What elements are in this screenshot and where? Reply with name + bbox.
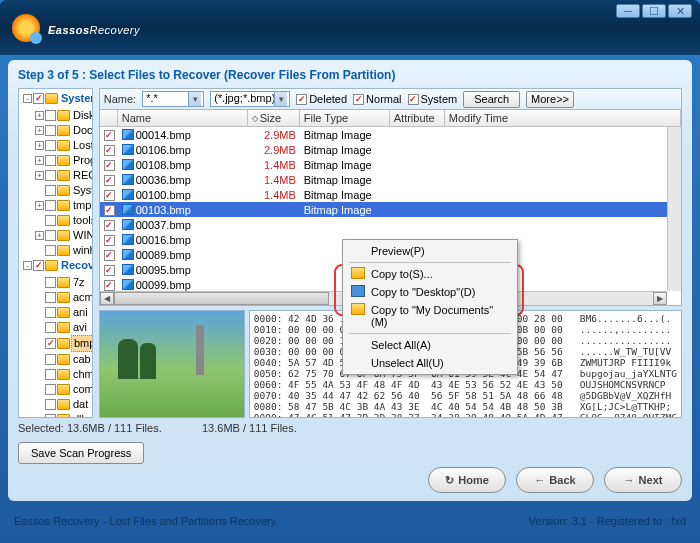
tree-item[interactable]: -Recovered By Types(C:) [23, 258, 93, 273]
tree-item[interactable]: com [35, 382, 93, 397]
col-time: Modify Time [445, 110, 681, 126]
file-icon [122, 234, 134, 245]
preview-thumbnail [99, 310, 245, 418]
file-list-header[interactable]: Name ◇Size File Type Attribute Modify Ti… [100, 110, 681, 127]
tree-item[interactable]: +tmp [35, 198, 93, 213]
documents-icon [351, 303, 365, 315]
status-total: 13.6MB / 111 Files. [202, 422, 297, 434]
ctx-preview[interactable]: Preview(P) [345, 242, 515, 260]
refresh-icon: ↻ [445, 474, 454, 487]
tree-item[interactable]: System Volume Information [35, 183, 93, 198]
ctx-select-all[interactable]: Select All(A) [345, 336, 515, 354]
tree-item[interactable]: bmp [35, 335, 93, 352]
tree-item[interactable]: avi [35, 320, 89, 335]
col-type: File Type [300, 110, 390, 126]
file-row[interactable]: 00036.bmp 1.4MB Bitmap Image [100, 172, 681, 187]
ctx-unselect-all[interactable]: Unselect All(U) [345, 354, 515, 372]
arrow-left-icon: ← [534, 474, 545, 486]
col-attr: Attribute [390, 110, 445, 126]
ctx-copy-desktop[interactable]: Copy to "Desktop"(D) [345, 283, 515, 301]
file-icon [122, 204, 134, 215]
file-row[interactable]: 00106.bmp 2.9MB Bitmap Image [100, 142, 681, 157]
search-button[interactable]: Search [463, 91, 520, 108]
tree-item[interactable]: +Documents and Settings [35, 123, 93, 138]
file-icon [122, 219, 134, 230]
context-menu: Preview(P) Copy to(S)... Copy to "Deskto… [342, 239, 518, 375]
file-row[interactable]: 00037.bmp [100, 217, 681, 232]
tree-item[interactable]: +Lost Files [35, 138, 93, 153]
tree-item[interactable]: dll [35, 412, 86, 418]
more-button[interactable]: More>> [526, 91, 574, 108]
col-size: ◇Size [248, 110, 300, 126]
file-row[interactable]: 00108.bmp 1.4MB Bitmap Image [100, 157, 681, 172]
app-logo-icon [12, 14, 40, 42]
maximize-button[interactable]: ☐ [642, 4, 666, 18]
home-button[interactable]: ↻Home [428, 467, 506, 493]
ctx-copy-to[interactable]: Copy to(S)... [345, 265, 515, 283]
filter-bar: Name: *.* (*.jpg;*.bmp) Deleted Normal S… [99, 88, 682, 110]
file-icon [122, 144, 134, 155]
tree-item[interactable]: 7z [35, 275, 87, 290]
file-row[interactable]: 00103.bmp Bitmap Image [100, 202, 681, 217]
col-name: Name [118, 110, 248, 126]
tree-item[interactable]: chm [35, 367, 93, 382]
desktop-icon [351, 285, 365, 297]
minimize-button[interactable]: ─ [616, 4, 640, 18]
file-row[interactable]: 00100.bmp 1.4MB Bitmap Image [100, 187, 681, 202]
tree-item[interactable]: acm [35, 290, 93, 305]
arrow-right-icon: → [624, 474, 635, 486]
system-checkbox[interactable]: System [408, 93, 458, 105]
tree-item[interactable]: +RECYCLER [35, 168, 93, 183]
name-filter-combo[interactable]: *.* [142, 91, 204, 107]
folder-tree[interactable]: -System(C:)+DiskGenius+Documents and Set… [18, 88, 93, 418]
copy-icon [351, 267, 365, 279]
tree-item[interactable]: cab [35, 352, 93, 367]
close-button[interactable]: ✕ [668, 4, 692, 18]
status-selected: Selected: 13.6MB / 111 Files. [18, 422, 202, 434]
file-icon [122, 159, 134, 170]
ctx-copy-docs[interactable]: Copy to "My Documents"(M) [345, 301, 515, 331]
back-button[interactable]: ←Back [516, 467, 594, 493]
file-icon [122, 249, 134, 260]
normal-checkbox[interactable]: Normal [353, 93, 401, 105]
tree-item[interactable]: +DiskGenius [35, 108, 93, 123]
tree-item[interactable]: +WINDOWS [35, 228, 93, 243]
ext-filter-combo[interactable]: (*.jpg;*.bmp) [210, 91, 290, 107]
footer: Eassos Recovery - Lost Files and Partiti… [0, 505, 700, 543]
footer-left: Eassos Recovery - Lost Files and Partiti… [14, 515, 279, 543]
footer-right: Version: 3.1 - Registered to : fxd [529, 515, 686, 543]
tree-item[interactable]: tools [35, 213, 93, 228]
tree-item[interactable]: +Program Files [35, 153, 93, 168]
vertical-scrollbar[interactable] [667, 127, 681, 291]
file-icon [122, 279, 134, 290]
tree-item[interactable]: winhex [35, 243, 93, 258]
app-title: EassosRecovery [48, 16, 140, 39]
file-icon [122, 189, 134, 200]
save-scan-button[interactable]: Save Scan Progress [18, 442, 144, 464]
deleted-checkbox[interactable]: Deleted [296, 93, 347, 105]
file-icon [122, 129, 134, 140]
tree-item[interactable]: ani [35, 305, 90, 320]
step-title: Step 3 of 5 : Select Files to Recover (R… [18, 68, 682, 82]
file-row[interactable]: 00014.bmp 2.9MB Bitmap Image [100, 127, 681, 142]
name-label: Name: [104, 93, 136, 105]
file-icon [122, 174, 134, 185]
next-button[interactable]: →Next [604, 467, 682, 493]
tree-item[interactable]: -System(C:) [23, 91, 93, 106]
titlebar: EassosRecovery ─ ☐ ✕ [0, 0, 700, 55]
tree-item[interactable]: dat [35, 397, 90, 412]
file-icon [122, 264, 134, 275]
